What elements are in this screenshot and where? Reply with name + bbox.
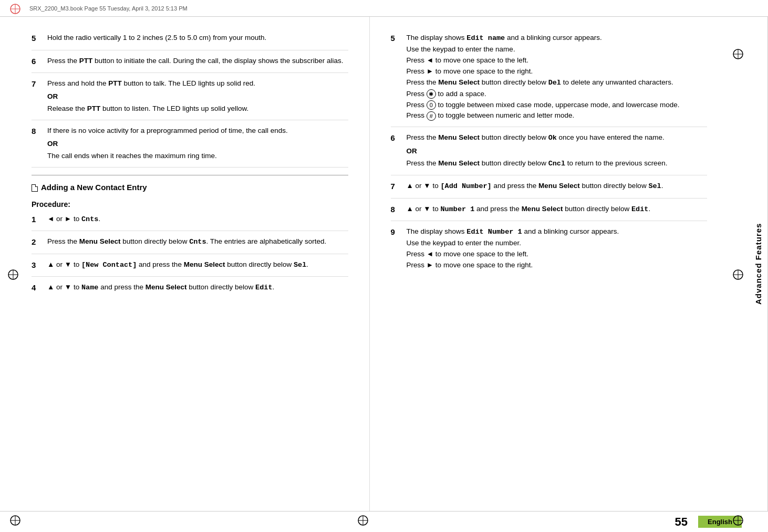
main-content: 5 Hold the radio vertically 1 to 2 inche…: [0, 17, 768, 511]
procedure-item-1: 1 ◄ or ► to Cnts.: [32, 214, 348, 232]
procedure-item-2: 2 Press the Menu Select button directly …: [32, 236, 348, 254]
right-column: 5 The display shows Edit name and a blin…: [370, 17, 750, 511]
zero-icon: 0: [427, 100, 436, 110]
item-number: 8: [391, 204, 403, 216]
procedure-item-3: 3 ▲ or ▼ to [New Contact] and press the …: [32, 259, 348, 277]
star-icon: ✱: [427, 89, 436, 99]
item-number: 9: [391, 226, 403, 238]
reg-mark-bottom-center: [357, 515, 369, 528]
item-content: ▲ or ▼ to Number 1 and press the Menu Se…: [407, 204, 708, 215]
item-number: 5: [391, 33, 403, 45]
item-content: Hold the radio vertically 1 to 2 inches …: [47, 33, 348, 44]
procedure-item-4: 4 ▲ or ▼ to Name and press the Menu Sele…: [32, 282, 348, 299]
section-heading: Adding a New Contact Entry: [41, 183, 147, 192]
list-item-5-left: 5 Hold the radio vertically 1 to 2 inche…: [32, 33, 348, 50]
item-number: 7: [32, 78, 44, 90]
list-item-5-right: 5 The display shows Edit name and a blin…: [391, 33, 708, 127]
header-text: SRX_2200_M3.book Page 55 Tuesday, April …: [29, 5, 188, 12]
item-number: 3: [32, 259, 44, 272]
item-content: If there is no voice activity for a prep…: [47, 126, 348, 162]
item-content: Press and hold the PTT button to talk. T…: [47, 78, 348, 114]
list-item-7-right: 7 ▲ or ▼ to [Add Number] and press the M…: [391, 181, 708, 199]
advanced-features-tab: Advanced Features: [749, 17, 768, 511]
hash-icon: #: [427, 111, 436, 121]
item-number: 4: [32, 282, 44, 294]
reg-mark-top-left: [9, 3, 21, 16]
bottom-bar: 55 English: [0, 511, 768, 532]
reg-mark-top-right: [732, 48, 744, 61]
left-column: 5 Hold the radio vertically 1 to 2 inche…: [0, 17, 370, 511]
item-content: Press the Menu Select button directly be…: [47, 236, 348, 248]
item-content: Press the Menu Select button directly be…: [407, 132, 708, 170]
item-content: ▲ or ▼ to [Add Number] and press the Men…: [407, 181, 708, 192]
item-content: ◄ or ► to Cnts.: [47, 214, 348, 225]
item-content: The display shows Edit Number 1 and a bl…: [407, 226, 708, 271]
item-content: ▲ or ▼ to [New Contact] and press the Me…: [47, 259, 348, 271]
item-content: ▲ or ▼ to Name and press the Menu Select…: [47, 282, 348, 294]
item-number: 6: [32, 56, 44, 68]
list-item-8-left: 8 If there is no voice activity for a pr…: [32, 126, 348, 168]
list-item-8-right: 8 ▲ or ▼ to Number 1 and press the Menu …: [391, 204, 708, 222]
reg-mark-bottom-left: [9, 515, 21, 528]
item-number: 1: [32, 214, 44, 226]
item-content: Press the PTT button to initiate the cal…: [47, 56, 348, 67]
reg-mark-right-mid: [732, 269, 744, 282]
list-item-7-left: 7 Press and hold the PTT button to talk.…: [32, 78, 348, 120]
page-container: SRX_2200_M3.book Page 55 Tuesday, April …: [0, 0, 768, 532]
item-number: 7: [391, 181, 403, 193]
item-number: 2: [32, 236, 44, 248]
reg-mark-bottom-right: [732, 515, 744, 528]
item-content: The display shows Edit name and a blinki…: [407, 33, 708, 121]
section-heading-container: Adding a New Contact Entry: [32, 181, 348, 196]
list-item-6-right: 6 Press the Menu Select button directly …: [391, 132, 708, 175]
header-bar: SRX_2200_M3.book Page 55 Tuesday, April …: [0, 0, 768, 17]
item-number: 6: [391, 132, 403, 144]
section-separator: [32, 175, 348, 175]
list-item-6-left: 6 Press the PTT button to initiate the c…: [32, 56, 348, 74]
page-icon: [32, 184, 38, 192]
page-number: 55: [675, 515, 688, 529]
list-item-9-right: 9 The display shows Edit Number 1 and a …: [391, 226, 708, 276]
item-number: 5: [32, 33, 44, 45]
procedure-label: Procedure:: [32, 200, 348, 208]
reg-mark-left-mid: [7, 269, 19, 282]
item-number: 8: [32, 126, 44, 138]
